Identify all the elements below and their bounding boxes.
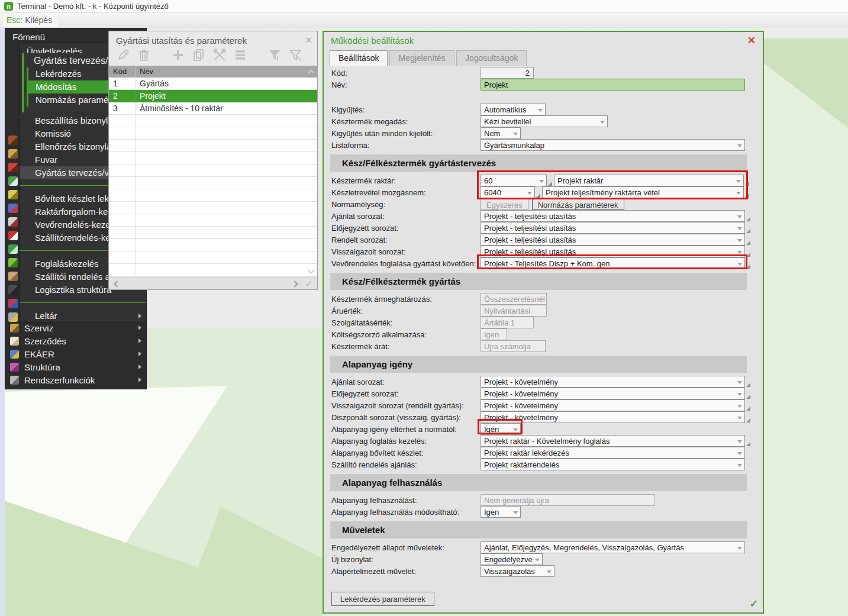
combo-box[interactable]: Projekt - követelmény (481, 376, 745, 388)
dropdown-arrow-icon[interactable] (737, 440, 742, 443)
combo-field[interactable]: Engedélyezve (481, 553, 543, 565)
combo-field[interactable]: Projekt raktár (554, 175, 751, 186)
combo-field[interactable]: Projekt - követelmény (481, 411, 752, 423)
table-row-empty[interactable] (109, 264, 317, 276)
dropdown-arrow-icon[interactable] (513, 511, 518, 514)
resize-corner-icon[interactable] (746, 229, 750, 233)
dropdown-arrow-icon[interactable] (737, 405, 742, 408)
combo-box[interactable]: Projekt - Teljesítés Diszp + Kom. gen (481, 257, 745, 269)
menu-item-icon[interactable] (8, 136, 18, 145)
resize-corner-icon[interactable] (746, 241, 750, 245)
combo-box[interactable]: Projekt - követelmény (481, 399, 745, 411)
combo-box[interactable]: Igen (481, 506, 521, 518)
combo-field[interactable]: Gyártásmunkalap (481, 139, 745, 151)
combo-box[interactable]: Visszaigazolás (481, 565, 554, 577)
submenu-item-m-dos-t-s[interactable]: Módosítás (28, 80, 108, 93)
menu-item-icon[interactable] (8, 272, 18, 281)
combo-box[interactable]: Gyártásmunkalap (481, 139, 745, 151)
tab-megjelen-t-s[interactable]: Megjelenítés (389, 50, 454, 66)
copy-icon[interactable] (192, 48, 206, 64)
table-row-empty[interactable] (109, 165, 317, 177)
combo-field[interactable]: Projekt - Teljesítés Diszp + Kom. gen (481, 257, 752, 269)
sidebar-item-szerviz[interactable]: Szerviz (5, 321, 146, 334)
dropdown-arrow-icon[interactable] (736, 180, 741, 183)
combo-field[interactable]: Nem (481, 127, 521, 139)
combo-box[interactable]: Projekt - teljesítési utasítás (481, 234, 745, 246)
number-input[interactable]: 2 (481, 67, 534, 79)
menu-item-icon[interactable] (8, 190, 18, 199)
combo-box[interactable]: Projekt - követelmény (481, 411, 745, 423)
table-row-empty[interactable] (109, 227, 317, 239)
table-row-empty[interactable] (109, 177, 317, 189)
combo-field[interactable]: Projekt - teljesítési utasítás (481, 246, 752, 257)
normazas-parameterek-button[interactable]: Normázás paraméterek (532, 198, 624, 210)
delete-icon[interactable] (137, 48, 151, 64)
dropdown-arrow-icon[interactable] (737, 239, 742, 242)
list-close-icon[interactable]: ✕ (305, 35, 312, 46)
menu-item-icon[interactable] (8, 163, 18, 172)
dropdown-arrow-icon[interactable] (737, 393, 742, 396)
table-row-empty[interactable] (109, 214, 317, 227)
filter-clear-icon[interactable] (288, 48, 302, 64)
dropdown-arrow-icon[interactable] (737, 452, 742, 455)
tab-be-ll-t-sok[interactable]: Beállítások (330, 50, 388, 66)
table-row[interactable]: 1Gyártás (109, 78, 317, 90)
combo-field[interactable]: Projekt raktár lekérdezés (481, 447, 745, 459)
combo-box[interactable]: Projekt raktár lekérdezés (481, 447, 745, 459)
resize-corner-icon[interactable] (548, 182, 552, 186)
combo-field[interactable]: Projekt - követelmény (481, 388, 752, 399)
combo-field[interactable]: Projekt teljesítmény raktárra vétel (542, 186, 751, 198)
dropdown-arrow-icon[interactable] (535, 559, 540, 562)
table-row-empty[interactable] (109, 140, 317, 152)
combo-box[interactable]: Kézi bevitellel (481, 115, 608, 127)
combo-field[interactable]: Projekt - követelmény (481, 376, 752, 388)
table-row[interactable]: 2Projekt (109, 90, 317, 102)
combo-field[interactable]: Kézi bevitellel (481, 115, 608, 127)
dropdown-arrow-icon[interactable] (547, 570, 552, 573)
sidebar-item-strukt-ra[interactable]: Struktúra (5, 360, 146, 373)
dropdown-arrow-icon[interactable] (737, 547, 742, 550)
combo-box[interactable]: Nem (481, 127, 521, 139)
menu-item-icon[interactable] (8, 149, 18, 159)
menu-item-icon[interactable] (8, 217, 18, 227)
menu-item-icon[interactable] (8, 231, 18, 240)
edit-icon[interactable] (116, 48, 130, 64)
menu-item-icon[interactable] (8, 258, 18, 267)
combo-field[interactable]: Ajánlat, Előjegyzés, Megrendelés, Vissza… (481, 541, 745, 553)
table-row-empty[interactable] (109, 115, 317, 127)
scroll-left-icon[interactable] (114, 280, 120, 287)
scroll-right-icon[interactable] (291, 280, 298, 287)
table-row-empty[interactable] (109, 202, 317, 214)
combo-box[interactable]: 6040 (481, 186, 535, 198)
name-input[interactable]: Projekt (481, 79, 745, 91)
combo-box[interactable]: Projekt - teljesítési utasítás (481, 210, 745, 222)
combo-box[interactable]: Projekt raktár (554, 175, 744, 186)
table-row-empty[interactable] (109, 251, 317, 264)
filter-icon[interactable] (267, 48, 282, 64)
menu-item-lelt-r[interactable]: Leltár (20, 309, 146, 322)
list-icon[interactable] (233, 48, 247, 64)
tools-icon[interactable] (212, 48, 227, 64)
dropdown-arrow-icon[interactable] (600, 121, 605, 124)
sidebar-item-rendszerfunkci-k[interactable]: Rendszerfunkciók (5, 373, 146, 386)
add-icon[interactable] (171, 48, 185, 64)
dropdown-arrow-icon[interactable] (736, 192, 741, 195)
resize-corner-icon[interactable] (746, 407, 750, 411)
combo-field[interactable]: Projekt raktárrendelés (481, 459, 745, 470)
submenu-item-norm-z-s-param-ter[interactable]: Normázás paraméter (28, 93, 108, 107)
combo-field[interactable]: Projekt raktár - Követelmény foglalás (481, 435, 752, 447)
dropdown-arrow-icon[interactable] (737, 251, 742, 254)
combo-field[interactable]: Automatikus (481, 104, 546, 115)
dropdown-arrow-icon[interactable] (539, 180, 544, 183)
menu-open-group-title[interactable]: Gyártás tervezés/v (24, 53, 108, 67)
table-row-empty[interactable] (109, 239, 317, 251)
menu-item-icon[interactable] (8, 285, 18, 295)
sidebar-item-szerz-d-s[interactable]: Szerződés (5, 334, 146, 347)
menu-item-icon[interactable] (8, 176, 18, 186)
combo-box[interactable]: Ajánlat, Előjegyzés, Megrendelés, Vissza… (481, 541, 745, 553)
dropdown-arrow-icon[interactable] (737, 263, 742, 266)
dropdown-arrow-icon[interactable] (737, 227, 742, 230)
resize-corner-icon[interactable] (746, 265, 750, 269)
tab-jogosults-gok[interactable]: Jogosultságok (456, 50, 527, 66)
table-row[interactable]: 3Átminősítés - 10 raktár (109, 102, 317, 115)
